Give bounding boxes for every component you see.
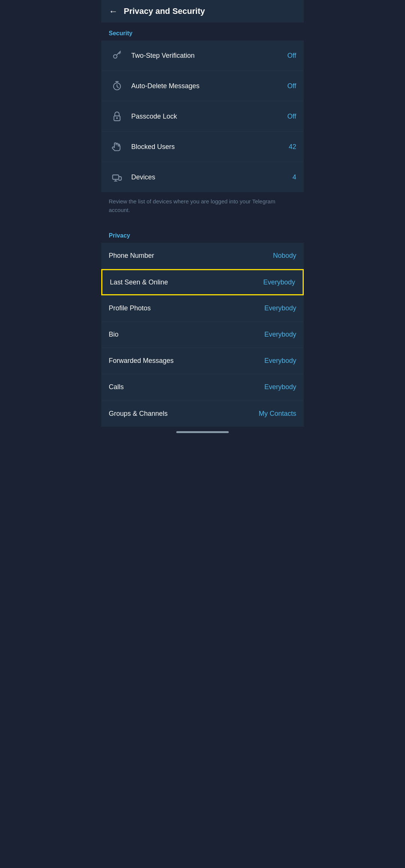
profile-photos-value: Everybody (264, 304, 296, 312)
block-hand-icon (109, 138, 125, 155)
last-seen-item[interactable]: Last Seen & Online Everybody (101, 269, 304, 295)
bio-item[interactable]: Bio Everybody (101, 322, 304, 348)
passcode-lock-item[interactable]: Passcode Lock Off (101, 101, 304, 132)
last-seen-value: Everybody (263, 278, 295, 286)
auto-delete-value: Off (287, 82, 296, 90)
auto-delete-label: Auto-Delete Messages (131, 82, 287, 90)
profile-photos-item[interactable]: Profile Photos Everybody (101, 295, 304, 322)
lock-icon (109, 108, 125, 125)
page-title: Privacy and Security (124, 6, 205, 16)
timer-icon (109, 78, 125, 94)
security-settings-group: Two-Step Verification Off Auto-Delete Me… (101, 41, 304, 192)
profile-photos-label: Profile Photos (109, 304, 264, 312)
phone-number-value: Nobody (273, 252, 296, 260)
bio-value: Everybody (264, 331, 296, 338)
devices-icon (109, 169, 125, 185)
forwarded-messages-value: Everybody (264, 357, 296, 365)
devices-item[interactable]: Devices 4 (101, 162, 304, 192)
spacer-1 (101, 222, 304, 225)
devices-description: Review the list of devices where you are… (101, 192, 304, 222)
blocked-users-item[interactable]: Blocked Users 42 (101, 132, 304, 162)
back-button[interactable]: ← (109, 6, 118, 17)
passcode-lock-value: Off (287, 113, 296, 120)
two-step-value: Off (287, 52, 296, 60)
svg-point-0 (114, 55, 117, 58)
home-indicator (101, 427, 304, 439)
calls-label: Calls (109, 383, 264, 391)
key-icon (109, 47, 125, 64)
groups-channels-value: My Contacts (259, 410, 296, 418)
groups-channels-label: Groups & Channels (109, 410, 259, 418)
header: ← Privacy and Security (101, 0, 304, 23)
blocked-users-label: Blocked Users (131, 143, 289, 151)
blocked-users-value: 42 (289, 143, 296, 151)
calls-value: Everybody (264, 383, 296, 391)
calls-item[interactable]: Calls Everybody (101, 374, 304, 400)
two-step-label: Two-Step Verification (131, 52, 287, 60)
phone-number-item[interactable]: Phone Number Nobody (101, 243, 304, 269)
forwarded-messages-item[interactable]: Forwarded Messages Everybody (101, 348, 304, 374)
home-bar (176, 431, 229, 433)
phone-number-label: Phone Number (109, 252, 273, 260)
devices-value: 4 (292, 173, 296, 181)
auto-delete-item[interactable]: Auto-Delete Messages Off (101, 71, 304, 101)
two-step-verification-item[interactable]: Two-Step Verification Off (101, 41, 304, 71)
devices-label: Devices (131, 173, 292, 181)
privacy-settings-group: Phone Number Nobody Last Seen & Online E… (101, 243, 304, 427)
privacy-section-label: Privacy (101, 225, 304, 243)
forwarded-messages-label: Forwarded Messages (109, 357, 264, 365)
security-section-label: Security (101, 23, 304, 41)
svg-rect-4 (112, 175, 118, 179)
groups-channels-item[interactable]: Groups & Channels My Contacts (101, 400, 304, 427)
passcode-lock-label: Passcode Lock (131, 113, 287, 120)
bio-label: Bio (109, 331, 264, 338)
svg-point-3 (117, 118, 117, 119)
last-seen-label: Last Seen & Online (110, 278, 263, 286)
